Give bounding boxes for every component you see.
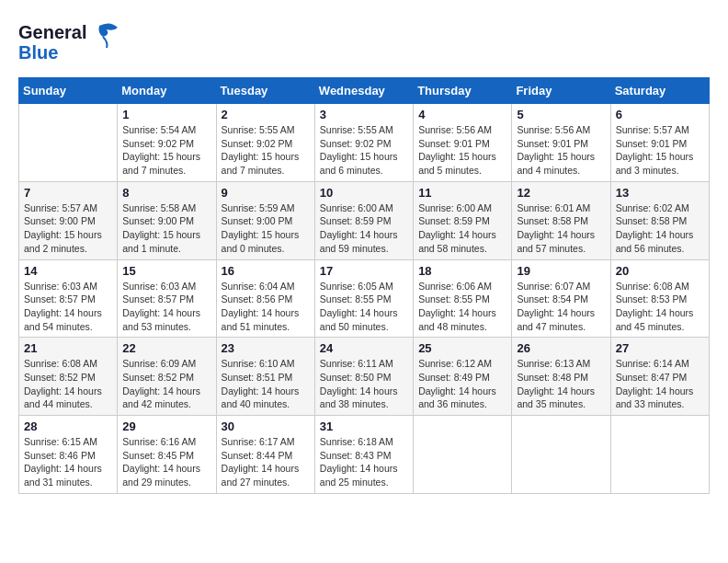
day-cell: 19Sunrise: 6:07 AMSunset: 8:54 PMDayligh…: [512, 259, 610, 338]
day-cell: 31Sunrise: 6:18 AMSunset: 8:43 PMDayligh…: [314, 416, 413, 494]
day-info: Sunrise: 5:55 AMSunset: 9:02 PMDaylight:…: [222, 123, 310, 178]
day-info: Sunrise: 6:03 AMSunset: 8:57 PMDaylight:…: [122, 280, 210, 334]
day-number: 3: [320, 108, 408, 121]
day-info: Sunrise: 5:54 AMSunset: 9:02 PMDaylight:…: [122, 123, 210, 178]
header-friday: Friday: [512, 78, 610, 104]
day-info: Sunrise: 6:10 AMSunset: 8:51 PMDaylight:…: [222, 357, 310, 411]
day-number: 4: [418, 108, 506, 121]
header-thursday: Thursday: [414, 78, 512, 104]
day-cell: 29Sunrise: 6:16 AMSunset: 8:45 PMDayligh…: [118, 416, 216, 494]
week-row-4: 21Sunrise: 6:08 AMSunset: 8:52 PMDayligh…: [19, 338, 710, 416]
day-cell: 25Sunrise: 6:12 AMSunset: 8:49 PMDayligh…: [414, 338, 512, 416]
day-info: Sunrise: 5:57 AMSunset: 9:01 PMDaylight:…: [616, 123, 704, 178]
day-info: Sunrise: 6:17 AMSunset: 8:44 PMDaylight:…: [222, 435, 310, 489]
day-cell: 21Sunrise: 6:08 AMSunset: 8:52 PMDayligh…: [19, 338, 118, 416]
day-info: Sunrise: 6:11 AMSunset: 8:50 PMDaylight:…: [320, 357, 408, 411]
week-row-2: 7Sunrise: 5:57 AMSunset: 9:00 PMDaylight…: [19, 181, 710, 259]
day-cell: 22Sunrise: 6:09 AMSunset: 8:52 PMDayligh…: [118, 338, 216, 416]
day-cell: [512, 416, 610, 494]
day-number: 29: [122, 419, 210, 433]
header-wednesday: Wednesday: [314, 78, 413, 104]
day-cell: 14Sunrise: 6:03 AMSunset: 8:57 PMDayligh…: [19, 259, 118, 338]
day-number: 11: [418, 186, 506, 200]
day-cell: 1Sunrise: 5:54 AMSunset: 9:02 PMDaylight…: [118, 104, 216, 182]
day-info: Sunrise: 6:01 AMSunset: 8:58 PMDaylight:…: [517, 201, 605, 256]
day-number: 14: [24, 264, 112, 278]
header-sunday: Sunday: [19, 78, 118, 104]
day-info: Sunrise: 6:13 AMSunset: 8:48 PMDaylight:…: [517, 357, 605, 411]
day-cell: 4Sunrise: 5:56 AMSunset: 9:01 PMDaylight…: [414, 104, 512, 182]
day-cell: 24Sunrise: 6:11 AMSunset: 8:50 PMDayligh…: [314, 338, 413, 416]
day-cell: 2Sunrise: 5:55 AMSunset: 9:02 PMDaylight…: [216, 104, 314, 182]
day-number: 25: [418, 341, 506, 355]
day-number: 2: [222, 108, 310, 121]
day-cell: 15Sunrise: 6:03 AMSunset: 8:57 PMDayligh…: [118, 259, 216, 338]
day-info: Sunrise: 6:18 AMSunset: 8:43 PMDaylight:…: [320, 435, 408, 489]
day-info: Sunrise: 6:16 AMSunset: 8:45 PMDaylight:…: [122, 435, 210, 489]
day-info: Sunrise: 6:14 AMSunset: 8:47 PMDaylight:…: [616, 357, 704, 411]
day-info: Sunrise: 6:00 AMSunset: 8:59 PMDaylight:…: [418, 201, 506, 256]
calendar-header-row: SundayMondayTuesdayWednesdayThursdayFrid…: [19, 78, 710, 104]
page-header: General Blue: [18, 18, 710, 68]
day-number: 31: [320, 419, 408, 433]
day-number: 8: [122, 186, 210, 200]
day-number: 27: [616, 341, 704, 355]
day-cell: 17Sunrise: 6:05 AMSunset: 8:55 PMDayligh…: [314, 259, 413, 338]
day-cell: [610, 416, 709, 494]
day-cell: 5Sunrise: 5:56 AMSunset: 9:01 PMDaylight…: [512, 104, 610, 182]
day-number: 22: [122, 341, 210, 355]
header-tuesday: Tuesday: [216, 78, 314, 104]
day-info: Sunrise: 6:09 AMSunset: 8:52 PMDaylight:…: [122, 357, 210, 411]
header-saturday: Saturday: [610, 78, 709, 104]
day-info: Sunrise: 6:08 AMSunset: 8:52 PMDaylight:…: [24, 357, 112, 411]
day-cell: 20Sunrise: 6:08 AMSunset: 8:53 PMDayligh…: [610, 259, 709, 338]
day-number: 6: [616, 108, 704, 121]
logo-text: General Blue: [18, 18, 138, 68]
day-cell: 18Sunrise: 6:06 AMSunset: 8:55 PMDayligh…: [414, 259, 512, 338]
day-number: 26: [517, 341, 605, 355]
day-number: 23: [222, 341, 310, 355]
day-cell: 23Sunrise: 6:10 AMSunset: 8:51 PMDayligh…: [216, 338, 314, 416]
day-cell: 10Sunrise: 6:00 AMSunset: 8:59 PMDayligh…: [314, 181, 413, 259]
day-cell: 12Sunrise: 6:01 AMSunset: 8:58 PMDayligh…: [512, 181, 610, 259]
day-cell: 3Sunrise: 5:55 AMSunset: 9:02 PMDaylight…: [314, 104, 413, 182]
day-cell: 28Sunrise: 6:15 AMSunset: 8:46 PMDayligh…: [19, 416, 118, 494]
day-info: Sunrise: 5:59 AMSunset: 9:00 PMDaylight:…: [222, 201, 310, 256]
svg-text:Blue: Blue: [18, 42, 58, 63]
day-cell: 7Sunrise: 5:57 AMSunset: 9:00 PMDaylight…: [19, 181, 118, 259]
day-cell: 26Sunrise: 6:13 AMSunset: 8:48 PMDayligh…: [512, 338, 610, 416]
day-number: 24: [320, 341, 408, 355]
day-info: Sunrise: 6:03 AMSunset: 8:57 PMDaylight:…: [24, 280, 112, 334]
day-info: Sunrise: 6:12 AMSunset: 8:49 PMDaylight:…: [418, 357, 506, 411]
day-info: Sunrise: 5:58 AMSunset: 9:00 PMDaylight:…: [122, 201, 210, 256]
day-number: 19: [517, 264, 605, 278]
day-number: 15: [122, 264, 210, 278]
day-number: 7: [24, 186, 112, 200]
day-number: 9: [222, 186, 310, 200]
day-info: Sunrise: 6:05 AMSunset: 8:55 PMDaylight:…: [320, 280, 408, 334]
svg-text:General: General: [18, 22, 86, 42]
day-cell: 6Sunrise: 5:57 AMSunset: 9:01 PMDaylight…: [610, 104, 709, 182]
day-number: 20: [616, 264, 704, 278]
day-info: Sunrise: 6:07 AMSunset: 8:54 PMDaylight:…: [517, 280, 605, 334]
day-number: 18: [418, 264, 506, 278]
day-cell: 8Sunrise: 5:58 AMSunset: 9:00 PMDaylight…: [118, 181, 216, 259]
day-number: 10: [320, 186, 408, 200]
day-number: 28: [24, 419, 112, 433]
week-row-3: 14Sunrise: 6:03 AMSunset: 8:57 PMDayligh…: [19, 259, 710, 338]
day-info: Sunrise: 6:08 AMSunset: 8:53 PMDaylight:…: [616, 280, 704, 334]
day-cell: 16Sunrise: 6:04 AMSunset: 8:56 PMDayligh…: [216, 259, 314, 338]
day-number: 30: [222, 419, 310, 433]
day-info: Sunrise: 6:15 AMSunset: 8:46 PMDaylight:…: [24, 435, 112, 489]
day-info: Sunrise: 6:06 AMSunset: 8:55 PMDaylight:…: [418, 280, 506, 334]
week-row-5: 28Sunrise: 6:15 AMSunset: 8:46 PMDayligh…: [19, 416, 710, 494]
day-info: Sunrise: 6:04 AMSunset: 8:56 PMDaylight:…: [222, 280, 310, 334]
day-info: Sunrise: 5:55 AMSunset: 9:02 PMDaylight:…: [320, 123, 408, 178]
day-number: 12: [517, 186, 605, 200]
day-info: Sunrise: 5:57 AMSunset: 9:00 PMDaylight:…: [24, 201, 112, 256]
calendar-table: SundayMondayTuesdayWednesdayThursdayFrid…: [18, 77, 710, 494]
day-number: 16: [222, 264, 310, 278]
day-cell: [414, 416, 512, 494]
day-number: 1: [122, 108, 210, 121]
day-info: Sunrise: 5:56 AMSunset: 9:01 PMDaylight:…: [517, 123, 605, 178]
